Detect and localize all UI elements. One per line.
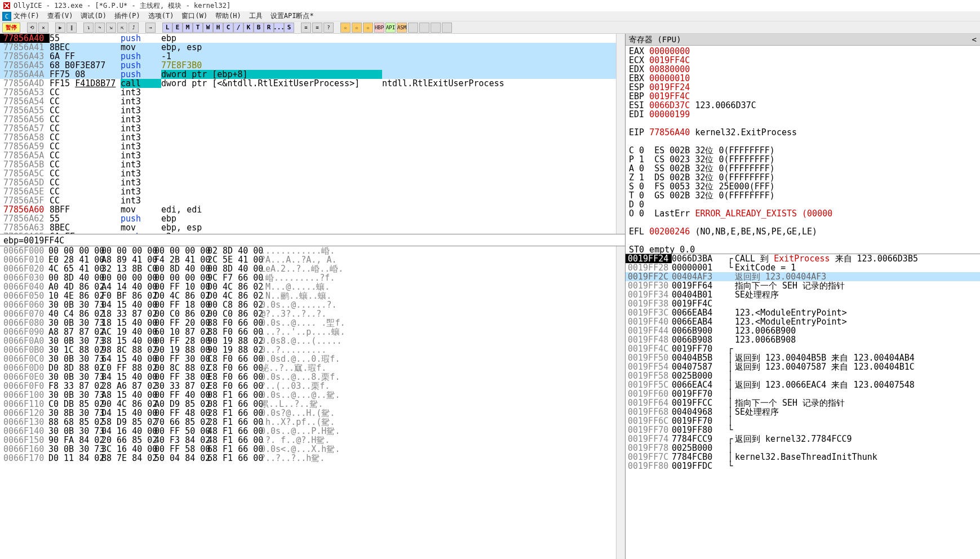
- register-EDX[interactable]: EDX 00880000: [629, 65, 977, 74]
- stack-row[interactable]: 0019FF3400404B01SE处理程序: [626, 290, 980, 299]
- disasm-row[interactable]: 77856A4DFF15 F41D8B77calldword ptr [<&nt…: [0, 79, 625, 88]
- dump-row[interactable]: 0066F0F0F8 33 87 0228 A6 87 0230 33 87 0…: [0, 381, 625, 391]
- toolbar-window-B[interactable]: B: [254, 23, 264, 33]
- toolbar-window-/[interactable]: /: [233, 23, 243, 33]
- flag-line[interactable]: A 0 SS 002B 32位 0(FFFFFFFF): [629, 164, 977, 173]
- tool-btn-2[interactable]: ≡: [312, 23, 322, 33]
- stack-row[interactable]: 0019FF640019FFCC│指向下一个 SEH 记录的指针: [626, 398, 980, 407]
- stack-row[interactable]: 0019FF2C00404AF3返回到 123.00404AF3: [626, 272, 980, 281]
- disasm-row[interactable]: 77856A5ECCint3: [0, 187, 625, 196]
- disasm-row[interactable]: 77856A5FCCint3: [0, 196, 625, 205]
- empty-btn-2[interactable]: [419, 23, 429, 33]
- stack-row[interactable]: 0019FF580025B000│: [626, 371, 980, 380]
- tool-btn-3[interactable]: ?: [323, 23, 334, 33]
- menu-item[interactable]: 查看(V): [47, 12, 73, 20]
- menu-item[interactable]: 文件(F): [14, 12, 39, 20]
- stack-row[interactable]: 0019FF6C0019FF70│: [626, 416, 980, 425]
- stack-row[interactable]: 0019FF380019FF4C: [626, 299, 980, 308]
- stack-row[interactable]: 0019FF480066B908123.0066B908: [626, 335, 980, 344]
- toolbar-window-H[interactable]: H: [213, 23, 223, 33]
- toolbar-window-R[interactable]: R: [264, 23, 274, 33]
- menu-item[interactable]: 帮助(H): [215, 12, 241, 20]
- execute-till-return-button[interactable]: ⤴: [128, 23, 139, 33]
- disasm-row[interactable]: 77856A4568 B0F3E877push77E8F3B0: [0, 61, 625, 70]
- dump-row[interactable]: 0066F16030 0B 30 733C 16 40 0000 FF 58 0…: [0, 445, 625, 454]
- stack-row[interactable]: 0019FF240066D3BA┌CALL 到 ExitProcess 来自 1…: [626, 254, 980, 263]
- empty-btn-4[interactable]: [442, 23, 452, 33]
- stack-row[interactable]: 0019FF440066B900123.0066B900: [626, 326, 980, 335]
- disasm-row[interactable]: 77856A4055pushebp: [0, 34, 625, 43]
- dump-row[interactable]: 0066F08030 0B 30 7318 15 40 0000 FF 20 0…: [0, 318, 625, 327]
- stack-row[interactable]: 0019FF300019FF64指向下一个 SEH 记录的指针: [626, 281, 980, 290]
- dump-row[interactable]: 0066F14030 0B 30 7304 16 40 0000 FF 50 0…: [0, 427, 625, 436]
- plugin-btn-6[interactable]: ASM: [397, 23, 407, 33]
- register-ECX[interactable]: ECX 0019FF4C: [629, 56, 977, 65]
- disassembly-pane[interactable]: 77856A4055pushebp77856A418BECmovebp, esp…: [0, 34, 625, 234]
- step-into-button[interactable]: ↴: [83, 23, 94, 33]
- disasm-row[interactable]: 77856A418BECmovebp, esp: [0, 43, 625, 52]
- register-EDI[interactable]: EDI 00000199: [629, 110, 977, 119]
- dump-row[interactable]: 0066F0C030 0B 30 7364 15 40 0000 FF 30 0…: [0, 354, 625, 363]
- dump-row[interactable]: 0066F040A0 4D 86 02A4 14 40 0000 FF 10 0…: [0, 282, 625, 291]
- dump-row[interactable]: 0066F12030 8B 30 73D4 15 40 0000 FF 48 0…: [0, 409, 625, 418]
- disasm-row[interactable]: 77856A436A FFpush-1: [0, 52, 625, 61]
- toolbar-window-S[interactable]: S: [284, 23, 294, 33]
- stack-row[interactable]: 0019FF700019FF80└: [626, 425, 980, 434]
- toolbar-window-K[interactable]: K: [243, 23, 254, 33]
- disasm-row[interactable]: 77856A4AFF75 08pushdword ptr [ebp+8]: [0, 70, 625, 79]
- flag-line[interactable]: O 0 LastErr ERROR_ALREADY_EXISTS (00000: [629, 209, 977, 218]
- dump-row[interactable]: 0066F090A8 87 87 02AC 19 40 0060 10 87 0…: [0, 327, 625, 336]
- plugin-btn-2[interactable]: ☆: [352, 23, 362, 33]
- registers-pane[interactable]: 寄存器 (FPU) < EAX 00000000ECX 0019FF4CEDX …: [626, 34, 980, 254]
- dump-scrollbar[interactable]: [616, 246, 625, 559]
- disasm-row[interactable]: 77856A58CCint3: [0, 133, 625, 142]
- disasm-row[interactable]: 77856A608BFFmovedi, edi: [0, 205, 625, 214]
- dump-row[interactable]: 0066F110C0 DB 85 0290 4C 86 02A0 D9 85 0…: [0, 400, 625, 409]
- stack-pane[interactable]: 0019FF240066D3BA┌CALL 到 ExitProcess 来自 1…: [626, 254, 980, 559]
- step-over-button[interactable]: ↷: [95, 23, 105, 33]
- disasm-row[interactable]: 77856A6255pushebp: [0, 214, 625, 223]
- disasm-row[interactable]: 77856A638BECmovebp, esp: [0, 223, 625, 232]
- menu-item[interactable]: 插件(P): [114, 12, 140, 20]
- dump-row[interactable]: 0066F00000 00 00 0000 00 00 0000 00 00 0…: [0, 246, 625, 255]
- flag-line[interactable]: P 1 CS 0023 32位 0(FFFFFFFF): [629, 155, 977, 164]
- pause-button[interactable]: ∥: [66, 23, 77, 33]
- register-EAX[interactable]: EAX 00000000: [629, 47, 977, 56]
- empty-btn-3[interactable]: [431, 23, 441, 33]
- dump-row[interactable]: 0066F05010 4E 86 02F0 BF 86 02D0 4C 86 0…: [0, 291, 625, 300]
- menu-item[interactable]: 工具: [249, 12, 263, 20]
- dump-row[interactable]: 0066F03000 8D 40 0000 00 00 0000 00 00 0…: [0, 273, 625, 282]
- dump-row[interactable]: 0066F0204C 65 41 0032 13 8B C000 8D 40 0…: [0, 264, 625, 273]
- tool-btn-1[interactable]: ≡: [301, 23, 311, 33]
- menu-bar[interactable]: C 文件(F)查看(V)调试(D)插件(P)选项(T)窗口(W)帮助(H)工具设…: [0, 11, 980, 21]
- run-button[interactable]: ▶: [55, 23, 65, 33]
- disasm-row[interactable]: 77856A656A FEpush-2: [0, 232, 625, 234]
- toolbar-window-T[interactable]: T: [193, 23, 203, 33]
- plugin-btn-1[interactable]: ☆: [340, 23, 351, 33]
- plugin-btn-3[interactable]: ☆: [363, 23, 373, 33]
- empty-btn-1[interactable]: [408, 23, 418, 33]
- toolbar-window-...[interactable]: ...: [274, 23, 284, 33]
- register-ESI[interactable]: ESI 0066D37C 123.0066D37C: [629, 101, 977, 110]
- disasm-row[interactable]: 77856A57CCint3: [0, 124, 625, 133]
- dump-row[interactable]: 0066F010E0 28 41 00A8 89 41 00F4 2B 41 0…: [0, 255, 625, 264]
- hex-dump-pane[interactable]: 0066F00000 00 00 0000 00 00 0000 00 00 0…: [0, 246, 625, 559]
- toolbar-window-M[interactable]: M: [183, 23, 193, 33]
- register-EIP[interactable]: EIP 77856A40 kernel32.ExitProcess: [629, 128, 977, 137]
- flag-line[interactable]: C 0 ES 002B 32位 0(FFFFFFFF): [629, 146, 977, 155]
- dump-row[interactable]: 0066F0A030 0B 30 7338 15 40 0000 FF 28 0…: [0, 336, 625, 345]
- stack-row[interactable]: 0019FF3C0066EAB4123.<ModuleEntryPoint>: [626, 308, 980, 317]
- menu-item[interactable]: 调试(D): [81, 12, 107, 20]
- toolbar-window-E[interactable]: E: [172, 23, 183, 33]
- stack-row[interactable]: 0019FF4C0019FF70┌: [626, 344, 980, 353]
- trace-into-button[interactable]: ⇲: [106, 23, 116, 33]
- flag-line[interactable]: T 0 GS 002B 32位 0(FFFFFFFF): [629, 191, 977, 200]
- flag-line[interactable]: Z 1 DS 002B 32位 0(FFFFFFFF): [629, 173, 977, 182]
- flag-line[interactable]: D 0: [629, 200, 977, 209]
- dump-row[interactable]: 0066F07040 C4 86 0218 33 87 0200 C0 86 0…: [0, 309, 625, 318]
- disasm-scrollbar[interactable]: [616, 34, 625, 234]
- trace-over-button[interactable]: ⇱: [117, 23, 127, 33]
- disasm-row[interactable]: 77856A5ACCint3: [0, 151, 625, 160]
- dump-row[interactable]: 0066F10030 0B 30 73A8 15 40 0000 FF 40 0…: [0, 391, 625, 400]
- disasm-row[interactable]: 77856A56CCint3: [0, 115, 625, 124]
